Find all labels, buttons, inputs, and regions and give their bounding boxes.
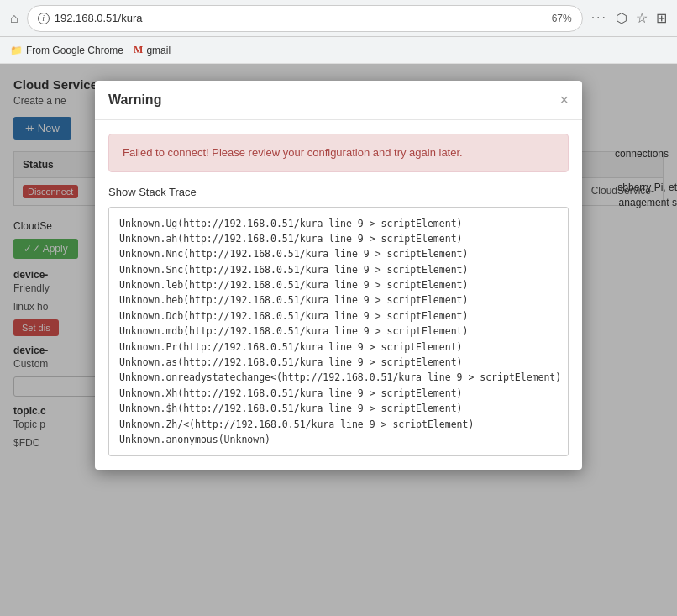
site-info-icon[interactable]: i [38,13,50,24]
modal-close-button[interactable]: × [559,92,569,108]
gmail-icon: M [134,44,143,56]
error-message: Failed to connect! Please review your co… [123,146,463,159]
browser-toolbar: ⌂ i 192.168.0.51/kura 67% ··· ⬡ ☆ ⊞ [0,0,677,37]
extensions-icon[interactable]: ⊞ [656,10,667,26]
stack-trace-line: Unknown.$h(http://192.168.0.51/kura line… [119,401,558,416]
bookmark-icon[interactable]: ☆ [636,10,648,26]
more-options-icon[interactable]: ··· [591,10,607,26]
stack-trace-line: Unknown.mdb(http://192.168.0.51/kura lin… [119,324,558,339]
stack-trace-line: Unknown.Pr(http://192.168.0.51/kura line… [119,340,558,355]
stack-trace-line: Unknown.heb(http://192.168.0.51/kura lin… [119,292,558,308]
error-alert: Failed to connect! Please review your co… [108,134,569,172]
modal-header: Warning × [95,81,582,120]
pocket-icon[interactable]: ⬡ [616,10,627,26]
modal-title: Warning [108,92,161,108]
page-content: Cloud Services Create a ne connections +… [0,64,677,616]
url-text: 192.168.0.51/kura [55,12,547,24]
stack-trace-line: Unknown.anonymous(Unknown) [119,432,558,447]
browser-action-icons: ··· ⬡ ☆ ⊞ [591,10,667,26]
modal-overlay: Warning × Failed to connect! Please revi… [0,64,677,616]
folder-icon: 📁 [10,45,23,56]
stack-trace-line: Unknown.Ug(http://192.168.0.51/kura line… [119,216,558,231]
stack-trace-line: Unknown.Xh(http://192.168.0.51/kura line… [119,386,558,401]
stack-trace-line: Unknown.Snc(http://192.168.0.51/kura lin… [119,262,558,277]
bookmarks-bar: 📁 From Google Chrome M gmail [0,37,677,64]
modal-body: Failed to connect! Please review your co… [95,120,582,470]
warning-modal: Warning × Failed to connect! Please revi… [95,81,582,470]
stack-trace-line: Unknown.onreadystatechange<(http://192.1… [119,370,558,385]
stack-trace-line: Unknown.ah(http://192.168.0.51/kura line… [119,231,558,246]
gmail-label: gmail [146,45,171,56]
stack-trace-line: Unknown.Zh/<(http://192.168.0.51/kura li… [119,417,558,432]
bookmark-gmail[interactable]: M gmail [134,44,171,56]
stack-trace-line: Unknown.leb(http://192.168.0.51/kura lin… [119,277,558,292]
address-bar[interactable]: i 192.168.0.51/kura 67% [27,5,583,32]
stack-trace-toggle[interactable]: Show Stack Trace [108,186,569,198]
stack-trace-box[interactable]: Unknown.Ug(http://192.168.0.51/kura line… [108,207,569,457]
bookmark-folder[interactable]: 📁 From Google Chrome [10,45,123,56]
stack-trace-line: Unknown.Nnc(http://192.168.0.51/kura lin… [119,246,558,261]
home-icon[interactable]: ⌂ [10,11,18,26]
stack-trace-line: Unknown.Dcb(http://192.168.0.51/kura lin… [119,308,558,324]
folder-label: From Google Chrome [26,45,123,56]
zoom-level[interactable]: 67% [552,13,572,24]
stack-trace-line: Unknown.as(http://192.168.0.51/kura line… [119,355,558,370]
